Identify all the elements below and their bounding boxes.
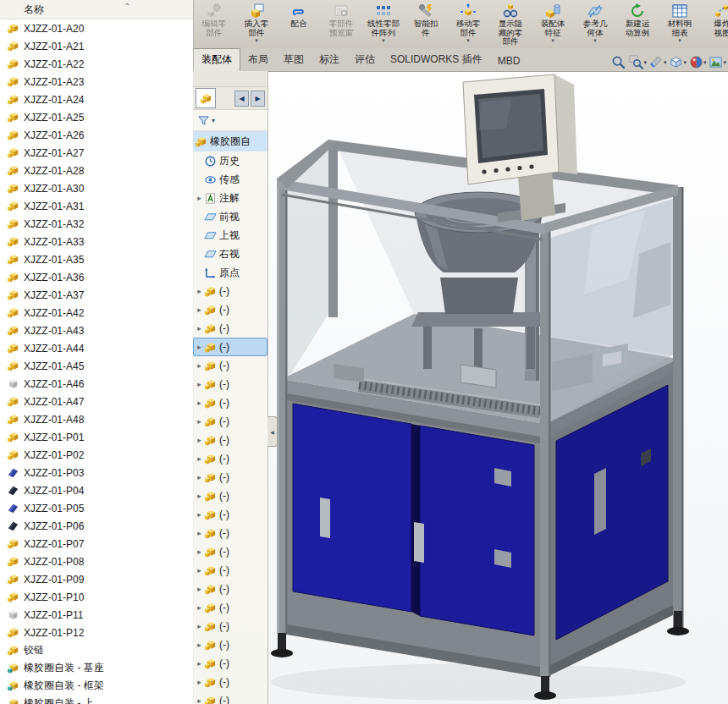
expand-arrow-icon[interactable]: ▸ xyxy=(195,454,204,463)
tree-component-item[interactable]: ▸ (-) xyxy=(193,338,267,356)
file-list-item[interactable]: XJZZ-01-P10 xyxy=(0,588,193,606)
tree-component-item[interactable]: ▸ (-) xyxy=(193,468,267,487)
file-list-item[interactable]: XJZZ-01-A21 xyxy=(0,37,193,55)
file-list-item[interactable]: XJZZ-01-A24 xyxy=(0,91,193,108)
tree-component-item[interactable]: ▸ (-) xyxy=(193,542,267,561)
tree-component-item[interactable]: ▸ (-) xyxy=(193,412,267,431)
expand-arrow-icon[interactable]: ▸ xyxy=(195,194,204,202)
file-list-item[interactable]: XJZZ-01-A27 xyxy=(0,144,193,162)
zoom-fit-button[interactable] xyxy=(609,53,627,71)
toolbar-button-linear-pattern[interactable]: 线性零部件阵列 ▾ xyxy=(362,0,405,48)
file-list-item[interactable]: XJZZ-01-A23 xyxy=(0,73,193,91)
toolbar-button-reference-geometry[interactable]: 参考几何体 ▾ xyxy=(574,0,616,48)
tree-component-item[interactable]: ▸ (-) xyxy=(193,691,267,704)
tree-component-item[interactable]: ▸ (-) xyxy=(193,580,267,598)
file-list-item[interactable]: XJZZ-01-P02 xyxy=(0,446,193,464)
file-list-item[interactable]: XJZZ-01-P01 xyxy=(0,428,193,446)
expand-arrow-icon[interactable]: ▸ xyxy=(195,585,204,593)
file-list-item[interactable]: XJZZ-01-P11 xyxy=(0,606,193,624)
machine-3d-model[interactable] xyxy=(193,71,728,704)
toolbar-button-insert-component[interactable]: 插入零部件 ▾ xyxy=(235,0,278,48)
file-list-item[interactable]: 铰链 xyxy=(0,641,193,659)
file-list-item[interactable]: XJZZ-01-A47 xyxy=(0,393,193,410)
dropdown-arrow-icon[interactable]: ▾ xyxy=(664,59,667,66)
file-list-item[interactable]: XJZZ-01-P03 xyxy=(0,464,193,481)
expand-arrow-icon[interactable]: ▸ xyxy=(195,287,204,295)
toolbar-button-move-component[interactable]: 移动零部件 ▾ xyxy=(447,0,489,48)
expand-arrow-icon[interactable]: ▸ xyxy=(195,399,204,407)
expand-arrow-icon[interactable]: ▸ xyxy=(195,492,204,500)
expand-arrow-icon[interactable]: ▸ xyxy=(195,529,204,537)
tree-item-sensors-folder[interactable]: 传感 xyxy=(193,170,267,189)
tree-item-origin[interactable]: 原点 xyxy=(193,263,267,282)
file-list-item[interactable]: XJZZ-01-P04 xyxy=(0,481,193,499)
file-list-item[interactable]: 橡胶圈自装 - 基座 xyxy=(0,659,193,677)
toolbar-button-show-hidden[interactable]: 显示隐藏的零部件 xyxy=(489,0,532,48)
tab-evaluate[interactable]: 评估 xyxy=(347,49,383,71)
tab-sketch[interactable]: 草图 xyxy=(276,49,312,71)
dropdown-arrow-icon[interactable]: ▾ xyxy=(551,37,554,43)
tree-component-item[interactable]: ▸ (-) xyxy=(193,561,267,580)
tab-mbd[interactable]: MBD xyxy=(490,52,528,71)
file-list-item[interactable]: XJZZ-01-A35 xyxy=(0,250,193,268)
tab-solidworks-addins[interactable]: SOLIDWORKS 插件 xyxy=(383,49,490,71)
expand-arrow-icon[interactable]: ▸ xyxy=(195,678,204,686)
file-list-item[interactable]: 橡胶圈自装 - 上 xyxy=(0,695,193,704)
expand-arrow-icon[interactable]: ▸ xyxy=(195,641,204,649)
file-list-item[interactable]: XJZZ-01-A42 xyxy=(0,304,193,322)
file-list-item[interactable]: XJZZ-01-P08 xyxy=(0,553,193,570)
expand-arrow-icon[interactable]: ▸ xyxy=(195,547,204,556)
expand-arrow-icon[interactable]: ▸ xyxy=(195,324,204,333)
dropdown-arrow-icon[interactable]: ▾ xyxy=(643,59,647,66)
dropdown-arrow-icon[interactable]: ▾ xyxy=(683,59,687,66)
file-list-item[interactable]: XJZZ-01-A45 xyxy=(0,357,193,375)
file-list-item[interactable]: XJZZ-01-A44 xyxy=(0,339,193,357)
dropdown-arrow-icon[interactable]: ▾ xyxy=(723,59,726,66)
expand-arrow-icon[interactable]: ▸ xyxy=(195,473,204,481)
expand-arrow-icon[interactable]: ▸ xyxy=(195,510,204,519)
tree-item-front-plane[interactable]: 前视 xyxy=(193,207,267,226)
graphics-viewport[interactable] xyxy=(193,71,728,704)
file-list-item[interactable]: XJZZ-01-P06 xyxy=(0,517,193,535)
file-list-item[interactable]: XJZZ-01-A46 xyxy=(0,375,193,393)
tree-component-item[interactable]: ▸ (-) xyxy=(193,282,267,300)
toolbar-button-smart-fasteners[interactable]: 智能扣件 xyxy=(405,0,447,48)
feature-manager-tab[interactable] xyxy=(196,88,216,108)
tree-back-button[interactable]: ◀ xyxy=(234,91,249,107)
file-list-item[interactable]: XJZZ-01-A43 xyxy=(0,322,193,339)
file-list-item[interactable]: XJZZ-01-P09 xyxy=(0,570,193,588)
toolbar-button-mate[interactable]: 配合 xyxy=(278,0,320,48)
tree-component-item[interactable]: ▸ (-) xyxy=(193,524,267,542)
dropdown-arrow-icon[interactable]: ▾ xyxy=(593,37,597,43)
zoom-area-button[interactable]: ▾ xyxy=(627,53,648,71)
toolbar-button-assembly-features[interactable]: 装配体特征 ▾ xyxy=(532,0,574,48)
tab-layout[interactable]: 布局 xyxy=(240,49,276,71)
file-list-item[interactable]: XJZZ-01-A25 xyxy=(0,108,193,126)
tree-forward-button[interactable]: ▶ xyxy=(251,91,265,107)
tree-item-annotations-folder[interactable]: ▸ 注解 xyxy=(193,189,267,207)
toolbar-button-bom[interactable]: 材料明细表 ▾ xyxy=(659,0,701,48)
expand-arrow-icon[interactable]: ▸ xyxy=(195,380,204,388)
tree-component-item[interactable]: ▸ (-) xyxy=(193,431,267,449)
dropdown-arrow-icon[interactable]: ▾ xyxy=(678,37,681,43)
dropdown-arrow-icon[interactable]: ▾ xyxy=(255,37,258,43)
tree-component-item[interactable]: ▸ (-) xyxy=(193,393,267,412)
tree-component-item[interactable]: ▸ (-) xyxy=(193,617,267,635)
tree-component-item[interactable]: ▸ (-) xyxy=(193,375,267,393)
tree-component-item[interactable]: ▸ (-) xyxy=(193,673,267,691)
tree-component-item[interactable]: ▸ (-) xyxy=(193,505,267,524)
file-list-item[interactable]: XJZZ-01-A30 xyxy=(0,179,193,197)
expand-arrow-icon[interactable]: ▸ xyxy=(195,305,204,314)
expand-arrow-icon[interactable]: ▸ xyxy=(195,659,204,668)
file-list-item[interactable]: XJZZ-01-A32 xyxy=(0,215,193,233)
expand-arrow-icon[interactable]: ▸ xyxy=(195,436,204,444)
filter-funnel-icon[interactable] xyxy=(197,114,210,127)
file-list-item[interactable]: XJZZ-01-A36 xyxy=(0,268,193,286)
expand-arrow-icon[interactable]: ▸ xyxy=(195,566,204,575)
tree-component-item[interactable]: ▸ (-) xyxy=(193,449,267,468)
file-list-item[interactable]: XJZZ-01-A48 xyxy=(0,410,193,428)
tree-component-item[interactable]: ▸ (-) xyxy=(193,356,267,375)
tree-item-history-folder[interactable]: 历史 xyxy=(193,151,267,170)
tree-item-assembly-root[interactable]: 橡胶圈自 xyxy=(193,131,267,151)
section-view-button[interactable]: ▾ xyxy=(648,53,668,71)
